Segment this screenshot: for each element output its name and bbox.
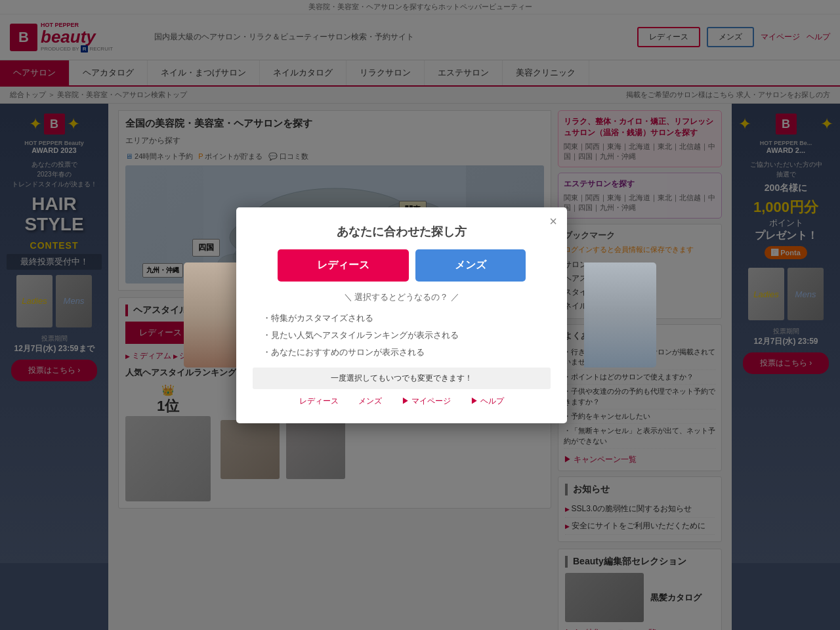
modal: × あなたに合わせた探し方 レディース メンズ ＼ 選択するとどうなるの？ ／ …: [236, 207, 567, 423]
modal-benefits: 特集がカスタマイズされる 見たい人気ヘアスタイルランキングが表示される あなたに…: [262, 310, 541, 361]
benefit-2: 見たい人気ヘアスタイルランキングが表示される: [262, 327, 541, 344]
modal-man-photo: [584, 262, 656, 368]
modal-ladies-button[interactable]: レディース: [278, 249, 409, 282]
benefit-3: あなたにおすすめのサロンが表示される: [262, 344, 541, 361]
modal-change-note: 一度選択してもいつでも変更できます！: [253, 368, 551, 389]
modal-overlay[interactable]: × あなたに合わせた探し方 レディース メンズ ＼ 選択するとどうなるの？ ／ …: [0, 0, 840, 630]
modal-gender-row: レディース メンズ: [253, 249, 551, 282]
modal-title: あなたに合わせた探し方: [253, 224, 551, 240]
modal-mens-button[interactable]: メンズ: [415, 249, 526, 282]
modal-close-button[interactable]: ×: [549, 214, 557, 229]
modal-footer-help[interactable]: ▶ ヘルプ: [471, 396, 504, 407]
modal-footer: レディース メンズ ▶ マイページ ▶ ヘルプ: [253, 396, 551, 407]
modal-container: × あなたに合わせた探し方 レディース メンズ ＼ 選択するとどうなるの？ ／ …: [236, 207, 604, 423]
modal-person-right: [584, 262, 656, 368]
modal-what-label: ＼ 選択するとどうなるの？ ／: [253, 291, 551, 303]
modal-footer-mypage[interactable]: ▶ マイページ: [402, 396, 451, 407]
benefit-1: 特集がカスタマイズされる: [262, 310, 541, 327]
modal-footer-mens[interactable]: メンズ: [358, 396, 382, 407]
modal-footer-ladies[interactable]: レディース: [299, 396, 339, 407]
